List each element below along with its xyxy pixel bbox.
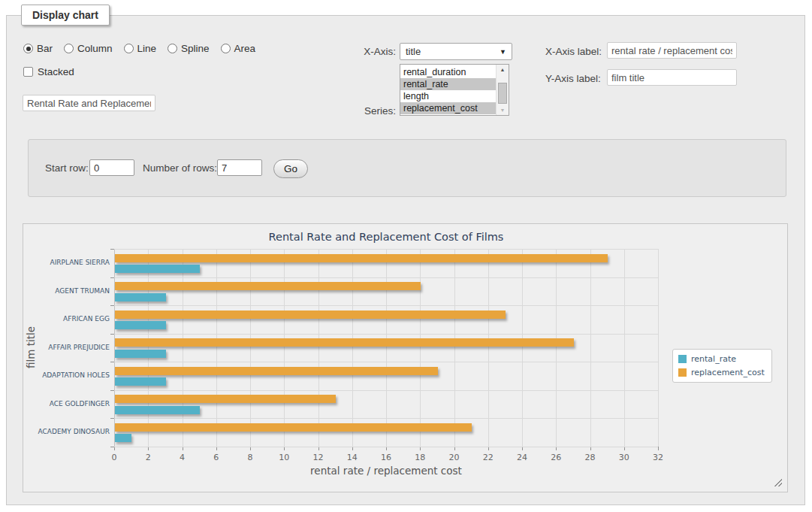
- series-label-text: Series:: [331, 105, 396, 117]
- legend-label: replacement_cost: [691, 368, 765, 377]
- num-rows-label: Number of rows:: [143, 162, 217, 174]
- category-label: ADAPTATION HOLES: [26, 362, 110, 390]
- chart-type-label: Column: [77, 43, 113, 54]
- x-tick-label: 14: [337, 453, 367, 462]
- bar-rental_rate[interactable]: [115, 293, 166, 301]
- bar-replacement_cost[interactable]: [115, 367, 438, 375]
- x-tick-label: 30: [609, 453, 639, 462]
- x-tick-label: 18: [405, 453, 435, 462]
- bar-rental_rate[interactable]: [115, 321, 166, 329]
- chart-legend: rental_ratereplacement_cost: [672, 349, 772, 383]
- row-controls-band: Start row: Number of rows: Go: [28, 139, 786, 197]
- category-label: ACADEMY DINOSAUR: [26, 418, 110, 447]
- gridline-vertical: [556, 249, 557, 447]
- chart-type-radio-bar[interactable]: Bar: [23, 43, 53, 54]
- start-row-input[interactable]: [89, 159, 134, 176]
- chart-type-radio-line[interactable]: Line: [124, 43, 157, 54]
- chart-panel: Rental Rate and Replacement Cost of Film…: [23, 223, 788, 492]
- x-tick-label: 16: [371, 453, 401, 462]
- bar-replacement_cost[interactable]: [115, 254, 608, 262]
- legend-item-rental_rate[interactable]: rental_rate: [678, 354, 765, 364]
- bar-replacement_cost[interactable]: [115, 311, 506, 319]
- chart-type-radio-area[interactable]: Area: [221, 43, 256, 54]
- bar-rental_rate[interactable]: [115, 406, 200, 414]
- gridline-horizontal: [114, 390, 658, 391]
- gridline-vertical: [454, 249, 455, 447]
- gridline-horizontal: [114, 418, 658, 419]
- chart-type-label: Spline: [181, 43, 210, 54]
- x-tick-label: 20: [439, 453, 469, 462]
- bar-rental_rate[interactable]: [115, 350, 166, 358]
- chart-type-radio-column[interactable]: Column: [64, 43, 113, 54]
- y-tick-mark: [110, 362, 114, 362]
- series-option-length[interactable]: length: [400, 90, 497, 102]
- x-axis-label-input[interactable]: [607, 42, 737, 59]
- gridline-vertical: [148, 249, 149, 447]
- y-tick-mark: [110, 447, 114, 447]
- resize-handle-icon[interactable]: [774, 478, 782, 486]
- x-axis-select[interactable]: title ▼: [400, 43, 512, 60]
- legend-label: rental_rate: [691, 354, 736, 364]
- y-tick-mark: [110, 418, 114, 419]
- gridline-vertical: [318, 249, 319, 447]
- gridline-horizontal: [114, 277, 658, 278]
- scroll-up-icon[interactable]: ▲: [497, 67, 509, 72]
- gridline-horizontal: [114, 334, 658, 335]
- chart-title: Rental Rate and Replacement Cost of Film…: [114, 231, 658, 243]
- radio-icon: [23, 44, 33, 53]
- gridline-horizontal: [114, 249, 658, 250]
- category-label: ACE GOLDFINGER: [26, 390, 110, 419]
- gridline-vertical: [624, 249, 625, 447]
- series-option-replacement_cost[interactable]: replacement_cost: [400, 102, 497, 114]
- y-axis-title: film title: [25, 295, 37, 400]
- go-button[interactable]: Go: [273, 159, 308, 178]
- x-tick-label: 24: [507, 453, 537, 462]
- chart-title-input[interactable]: [23, 95, 155, 111]
- x-tick-label: 4: [168, 453, 198, 462]
- scroll-down-icon[interactable]: ▼: [497, 108, 509, 113]
- x-tick-label: 12: [303, 453, 334, 462]
- stacked-checkbox[interactable]: Stacked: [23, 66, 74, 77]
- gridline-vertical: [183, 249, 183, 447]
- radio-icon: [124, 44, 134, 53]
- legend-item-replacement_cost[interactable]: replacement_cost: [678, 368, 765, 377]
- gridline-vertical: [352, 249, 353, 447]
- series-scrollbar[interactable]: ▲ ▼: [496, 65, 509, 115]
- x-tick-label: 22: [473, 453, 503, 462]
- series-option-rental_rate[interactable]: rental_rate: [400, 78, 497, 90]
- legend-swatch-icon: [678, 355, 687, 363]
- radio-icon: [168, 44, 177, 53]
- num-rows-input[interactable]: [217, 159, 262, 176]
- x-tick-label: 26: [541, 453, 571, 462]
- bar-replacement_cost[interactable]: [115, 395, 336, 403]
- chart-type-label: Line: [137, 43, 157, 54]
- y-tick-mark: [110, 249, 114, 250]
- bar-rental_rate[interactable]: [115, 377, 166, 386]
- radio-icon: [221, 44, 231, 53]
- x-tick-label: 2: [133, 453, 163, 462]
- x-tick-label: 10: [269, 453, 299, 462]
- series-option-rental_duration[interactable]: rental_duration: [400, 66, 497, 78]
- x-axis-label-text: X-Axis:: [331, 46, 396, 57]
- y-tick-mark: [110, 334, 114, 335]
- category-label: AGENT TRUMAN: [26, 277, 110, 306]
- scroll-thumb[interactable]: [498, 83, 507, 104]
- chart-type-radio-spline[interactable]: Spline: [168, 43, 210, 54]
- x-tick-mark: [658, 447, 659, 450]
- gridline-horizontal: [114, 447, 658, 447]
- y-axis-label-input[interactable]: [607, 69, 737, 86]
- legend-swatch-icon: [678, 368, 687, 377]
- gridline-vertical: [114, 249, 115, 447]
- chevron-down-icon: ▼: [500, 48, 506, 56]
- bar-replacement_cost[interactable]: [115, 338, 574, 347]
- bar-rental_rate[interactable]: [115, 265, 200, 273]
- stacked-label: Stacked: [38, 66, 74, 77]
- chart-type-label: Bar: [37, 43, 53, 54]
- bar-replacement_cost[interactable]: [115, 423, 472, 432]
- gridline-vertical: [590, 249, 591, 447]
- bar-replacement_cost[interactable]: [115, 282, 421, 290]
- y-tick-mark: [110, 277, 114, 278]
- y-axis-label-caption: Y-Axis label:: [545, 73, 601, 84]
- bar-rental_rate[interactable]: [115, 434, 131, 442]
- series-listbox[interactable]: rental_durationrental_ratelengthreplacem…: [400, 64, 509, 116]
